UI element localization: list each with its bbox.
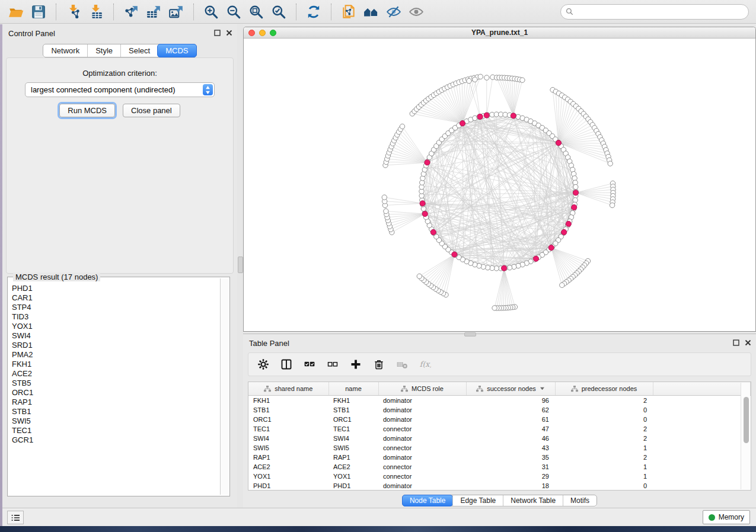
cell-shared-name[interactable]: YOX1 <box>248 472 328 481</box>
import-table-icon[interactable] <box>87 3 105 21</box>
cell-name[interactable]: FKH1 <box>328 396 378 406</box>
result-node-item[interactable]: FKH1 <box>9 360 220 369</box>
result-scrollbar[interactable] <box>220 278 228 495</box>
result-node-item[interactable]: GCR1 <box>9 435 220 445</box>
cell-successor-nodes[interactable]: 43 <box>466 443 555 453</box>
cell-successor-nodes[interactable]: 47 <box>466 424 555 434</box>
close-panel-icon[interactable] <box>225 29 232 36</box>
result-node-item[interactable]: SWI5 <box>9 416 220 426</box>
tab-network-table[interactable]: Network Table <box>503 495 563 506</box>
column-header-successor-nodes[interactable]: successor nodes <box>466 382 555 396</box>
cell-shared-name[interactable]: RAP1 <box>248 453 328 462</box>
network-graph[interactable] <box>244 39 755 331</box>
cell-shared-name[interactable]: TEC1 <box>248 424 328 434</box>
cell-MCDS-role[interactable]: connector <box>378 462 466 472</box>
cell-MCDS-role[interactable]: dominator <box>378 415 466 424</box>
cell-successor-nodes[interactable]: 46 <box>466 434 555 443</box>
zoom-in-icon[interactable] <box>202 3 220 21</box>
cell-predecessor-nodes[interactable]: 2 <box>555 434 653 443</box>
tab-mcds[interactable]: MCDS <box>157 44 196 57</box>
cell-name[interactable]: ORC1 <box>328 415 378 424</box>
mcds-result-list[interactable]: PHD1CAR1STP4TID3YOX1SWI4SRD1PMA2FKH1ACE2… <box>9 279 220 494</box>
cell-shared-name[interactable]: ORC1 <box>248 415 328 424</box>
table-row[interactable]: STB1STB1dominator620 <box>248 405 751 415</box>
export-image-icon[interactable] <box>167 3 185 21</box>
cell-shared-name[interactable]: ACE2 <box>248 462 328 472</box>
cell-predecessor-nodes[interactable]: 1 <box>555 472 653 481</box>
cell-MCDS-role[interactable]: dominator <box>378 405 466 415</box>
tab-motifs[interactable]: Motifs <box>563 495 596 506</box>
cell-MCDS-role[interactable]: dominator <box>378 434 466 443</box>
cell-successor-nodes[interactable]: 35 <box>466 453 555 462</box>
cell-predecessor-nodes[interactable]: 2 <box>555 424 653 434</box>
table-row[interactable]: YOX1YOX1connector291 <box>248 472 751 481</box>
cell-predecessor-nodes[interactable]: 1 <box>555 443 653 453</box>
float-table-panel-icon[interactable] <box>732 339 739 346</box>
tab-network[interactable]: Network <box>43 44 87 57</box>
result-node-item[interactable]: ORC1 <box>9 388 220 398</box>
result-node-item[interactable]: SRD1 <box>9 341 220 350</box>
criterion-dropdown[interactable]: largest connected component (undirected) <box>25 82 215 97</box>
result-node-item[interactable]: YOX1 <box>9 322 220 331</box>
cell-name[interactable]: ACE2 <box>328 462 378 472</box>
cell-name[interactable]: TEC1 <box>328 424 378 434</box>
zoom-selected-icon[interactable] <box>270 3 288 21</box>
search-box[interactable] <box>560 4 749 20</box>
result-node-item[interactable]: STB5 <box>9 379 220 388</box>
divider-handle[interactable] <box>238 257 243 273</box>
table-scrollbar-thumb[interactable] <box>744 397 749 443</box>
zoom-out-icon[interactable] <box>225 3 243 21</box>
table-scrollbar[interactable] <box>741 383 750 489</box>
table-row[interactable]: FKH1FKH1dominator962 <box>248 396 751 406</box>
run-mcds-button[interactable]: Run MCDS <box>59 104 115 117</box>
result-node-item[interactable]: ACE2 <box>9 369 220 379</box>
tab-edge-table[interactable]: Edge Table <box>452 495 503 506</box>
show-all-icon[interactable] <box>407 3 425 21</box>
table-row[interactable]: PHD1PHD1dominator180 <box>248 481 751 491</box>
table-row[interactable]: ACE2ACE2connector311 <box>248 462 751 472</box>
column-header-predecessor-nodes[interactable]: predecessor nodes <box>555 382 653 396</box>
cell-MCDS-role[interactable]: dominator <box>378 453 466 462</box>
cell-successor-nodes[interactable]: 62 <box>466 405 555 415</box>
result-node-item[interactable]: TEC1 <box>9 426 220 435</box>
cell-MCDS-role[interactable]: dominator <box>378 396 466 406</box>
cell-MCDS-role[interactable]: connector <box>378 472 466 481</box>
cell-name[interactable]: SWI5 <box>328 443 378 453</box>
cell-shared-name[interactable]: STB1 <box>248 405 328 415</box>
delete-rows-icon[interactable] <box>372 358 385 371</box>
cell-predecessor-nodes[interactable]: 2 <box>555 453 653 462</box>
cell-predecessor-nodes[interactable]: 0 <box>555 405 653 415</box>
cell-predecessor-nodes[interactable]: 1 <box>555 462 653 472</box>
table-row[interactable]: SWI5SWI5connector431 <box>248 443 751 453</box>
cell-successor-nodes[interactable]: 31 <box>466 462 555 472</box>
result-node-item[interactable]: STP4 <box>9 303 220 312</box>
share-document-icon[interactable] <box>340 3 358 21</box>
tab-style[interactable]: Style <box>87 44 120 57</box>
cell-shared-name[interactable]: FKH1 <box>248 396 328 406</box>
cell-MCDS-role[interactable]: connector <box>378 424 466 434</box>
result-node-item[interactable]: RAP1 <box>9 398 220 407</box>
table-row[interactable]: RAP1RAP1dominator352 <box>248 453 751 462</box>
cell-successor-nodes[interactable]: 18 <box>466 481 555 491</box>
result-node-item[interactable]: SWI4 <box>9 331 220 341</box>
cell-name[interactable]: YOX1 <box>328 472 378 481</box>
float-panel-icon[interactable] <box>213 29 221 36</box>
table-settings-icon[interactable] <box>257 358 270 371</box>
cell-name[interactable]: STB1 <box>328 405 378 415</box>
cell-predecessor-nodes[interactable]: 0 <box>555 415 653 424</box>
result-node-item[interactable]: CAR1 <box>9 293 220 303</box>
cell-MCDS-role[interactable]: connector <box>378 443 466 453</box>
table-columns-icon[interactable] <box>280 358 293 371</box>
select-all-icon[interactable] <box>303 358 316 371</box>
cell-successor-nodes[interactable]: 29 <box>466 472 555 481</box>
export-network-icon[interactable] <box>122 3 140 21</box>
deselect-all-icon[interactable] <box>326 358 339 371</box>
import-network-icon[interactable] <box>65 3 82 21</box>
cell-name[interactable]: SWI4 <box>328 434 378 443</box>
column-header-name[interactable]: name <box>328 382 378 396</box>
memory-button[interactable]: Memory <box>703 510 750 524</box>
table-row[interactable]: ORC1ORC1dominator610 <box>248 415 751 424</box>
tab-select[interactable]: Select <box>120 44 158 57</box>
search-input[interactable] <box>577 7 744 17</box>
close-panel-button[interactable]: Close panel <box>123 104 180 117</box>
